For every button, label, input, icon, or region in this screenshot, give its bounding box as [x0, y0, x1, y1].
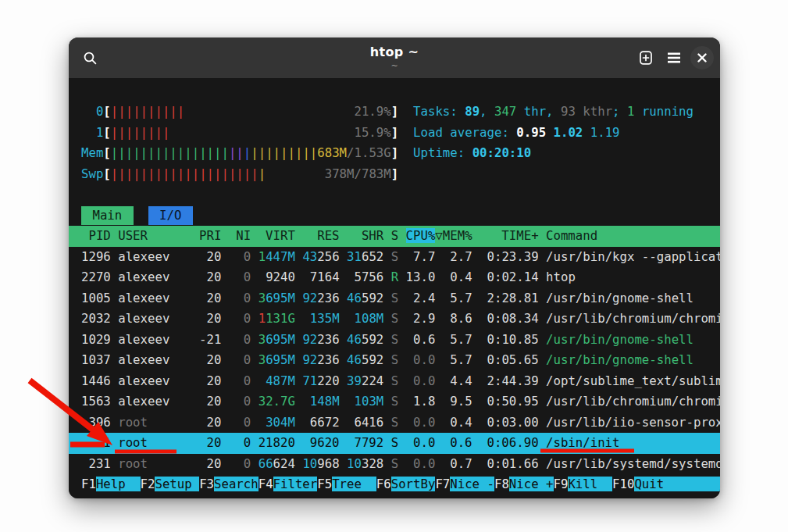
- process-row[interactable]: 1296 alexeev 20 0 1447M 43256 31652 S 7.…: [81, 247, 720, 268]
- terminal-text: 0: [81, 104, 103, 119]
- terminal-text: Tasks:: [413, 104, 465, 119]
- window-title: htop ~: [69, 45, 720, 59]
- terminal-text: [169, 125, 354, 140]
- terminal-text: 0: [244, 352, 251, 367]
- terminal-text: 652: [362, 249, 391, 264]
- terminal-text: ]: [391, 104, 398, 119]
- terminal-text: S: [391, 332, 398, 347]
- terminal-text: [251, 291, 258, 305]
- fkey-sortby[interactable]: SortBy: [391, 477, 436, 491]
- fkey-filter[interactable]: Filter: [273, 477, 318, 491]
- fkey-kill[interactable]: Kill: [568, 477, 612, 491]
- tab-io[interactable]: I/O: [148, 206, 193, 225]
- swap-meter-row: Swp[||||||||||||||||||||| 378M/783M]: [81, 164, 720, 185]
- terminal-text: [295, 311, 310, 326]
- terminal-text: [: [103, 145, 110, 160]
- terminal-text: S: [391, 291, 398, 305]
- terminal-text: 328: [362, 456, 391, 471]
- fkey-search[interactable]: Search: [214, 477, 259, 491]
- terminal-text: [266, 166, 325, 181]
- terminal-text: 3: [259, 352, 266, 367]
- mem-meter-row: Mem[||||||||||||||||||||||||||||683M/1.5…: [81, 143, 720, 164]
- terminal-text: |||||||||: [251, 145, 317, 160]
- column-header-row[interactable]: PID USER PRI NI VIRT RES SHR S CPU%▽MEM%…: [69, 226, 720, 247]
- fkey-quit[interactable]: Quit: [634, 477, 720, 491]
- terminal-text: [398, 145, 413, 160]
- terminal-text: 487M: [266, 373, 295, 388]
- terminal-text: 93 kthr: [561, 104, 612, 119]
- sort-column-cpu[interactable]: CPU%: [406, 228, 436, 243]
- menu-button[interactable]: [662, 46, 686, 70]
- terminal-text: [251, 311, 258, 326]
- terminal-text: [398, 125, 413, 140]
- process-row[interactable]: 1037 alexeev 20 0 3695M 92236 46592 S 0.…: [81, 350, 720, 371]
- terminal-text: 2032 alexeev 20: [81, 311, 244, 326]
- terminal-text: ||||||||: [111, 125, 170, 140]
- terminal-text: [383, 394, 390, 409]
- process-row[interactable]: 231 root 20 0 66624 10968 10328 S 0.0 0.…: [81, 454, 720, 475]
- terminal-text: [398, 104, 413, 119]
- terminal-text: 0: [244, 311, 251, 326]
- terminal-text: 92: [302, 352, 317, 367]
- terminal-text: 108M: [355, 311, 384, 326]
- terminal-text: [295, 373, 302, 388]
- cpu1-meter-row: 1[|||||||| 15.9%] Load average: 0.95 1.0…: [81, 123, 720, 144]
- new-tab-button[interactable]: [634, 46, 658, 70]
- terminal-text: 92: [302, 332, 317, 347]
- fkey-help[interactable]: Help: [96, 477, 141, 491]
- terminal-text: [340, 394, 355, 409]
- terminal-text: 0.4 0:03.00 /usr/lib/iio-sensor-prox: [435, 415, 720, 430]
- fkey-setup[interactable]: Setup: [155, 477, 199, 491]
- terminal[interactable]: 0[|||||||||| 21.9%] Tasks: 89, 347 thr, …: [69, 78, 720, 498]
- terminal-text: 1296 alexeev 20: [81, 249, 244, 264]
- terminal-text: [134, 208, 148, 223]
- process-row[interactable]: 2270 alexeev 20 0 9240 7164 5756 R 13.0 …: [81, 267, 720, 288]
- process-row[interactable]: 1029 alexeev -21 0 3695M 92236 46592 S 0…: [81, 330, 720, 351]
- terminal-text: S: [391, 311, 398, 326]
- terminal-text: S: [391, 394, 398, 409]
- fkey-tree[interactable]: Tree: [332, 477, 376, 491]
- terminal-text: 236: [317, 352, 347, 367]
- terminal-text: [251, 415, 266, 430]
- terminal-text: 592: [362, 332, 391, 347]
- process-row-selected[interactable]: 1 root 20 0 21820 9620 7792 S 0.0 0.6 0:…: [69, 433, 720, 454]
- terminal-text: 236: [317, 291, 347, 305]
- titlebar[interactable]: htop ~ ~: [69, 37, 720, 78]
- terminal-text: 1.02: [554, 125, 590, 140]
- terminal-text: 378M/783M: [325, 166, 391, 181]
- terminal-text: 1037 alexeev 20: [81, 352, 244, 367]
- terminal-text: ,: [480, 104, 494, 119]
- terminal-text: Load average:: [413, 125, 516, 140]
- process-row[interactable]: 396 root 20 0 304M 6672 6416 S 0.0 0.4 0…: [81, 412, 720, 434]
- terminal-text: F5: [317, 477, 332, 491]
- terminal-text: F3: [199, 477, 214, 491]
- terminal-text: [597, 228, 715, 243]
- tab-main[interactable]: Main: [81, 206, 134, 225]
- fkey-nice-plus[interactable]: Nice +: [509, 477, 554, 491]
- terminal-text: 592: [362, 291, 391, 305]
- terminal-text: 0: [244, 270, 251, 284]
- terminal-text: 6672 6416: [295, 415, 391, 430]
- terminal-text: 2.4 5.7 2:28.81 /usr/bin/gnome-shell: [398, 291, 694, 305]
- terminal-text: [81, 187, 88, 202]
- terminal-text: 148M: [310, 394, 340, 409]
- process-row[interactable]: 2032 alexeev 20 0 1131G 135M 108M S 2.9 …: [81, 309, 720, 330]
- terminal-text: [383, 311, 390, 326]
- terminal-text: [295, 352, 302, 367]
- terminal-text: 0.0: [413, 415, 435, 430]
- terminal-text: /1.53G: [347, 145, 391, 160]
- terminal-text: [398, 352, 413, 367]
- terminal-text: [: [103, 166, 110, 181]
- terminal-text: 46: [347, 291, 362, 305]
- process-row[interactable]: 1563 alexeev 20 0 32.7G 148M 103M S 1.8 …: [81, 391, 720, 412]
- process-row[interactable]: 1446 alexeev 20 0 487M 71220 39224 S 0.0…: [81, 371, 720, 392]
- terminal-text: 20: [148, 456, 244, 471]
- close-button[interactable]: [690, 46, 714, 70]
- fkey-nice-minus[interactable]: Nice -: [450, 477, 494, 491]
- terminal-text: 10: [302, 456, 317, 471]
- terminal-text: 13.0 0.4 0:02.14 htop: [398, 270, 576, 284]
- terminal-text: 00:20:10: [472, 145, 532, 160]
- terminal-text: 2.9 8.6 0:08.34 /usr/lib/chromium/chromi: [398, 311, 720, 326]
- terminal-text: 1.8 9.5 0:50.95 /usr/lib/chromium/chromi: [398, 394, 720, 409]
- process-row[interactable]: 1005 alexeev 20 0 3695M 92236 46592 S 2.…: [81, 288, 720, 309]
